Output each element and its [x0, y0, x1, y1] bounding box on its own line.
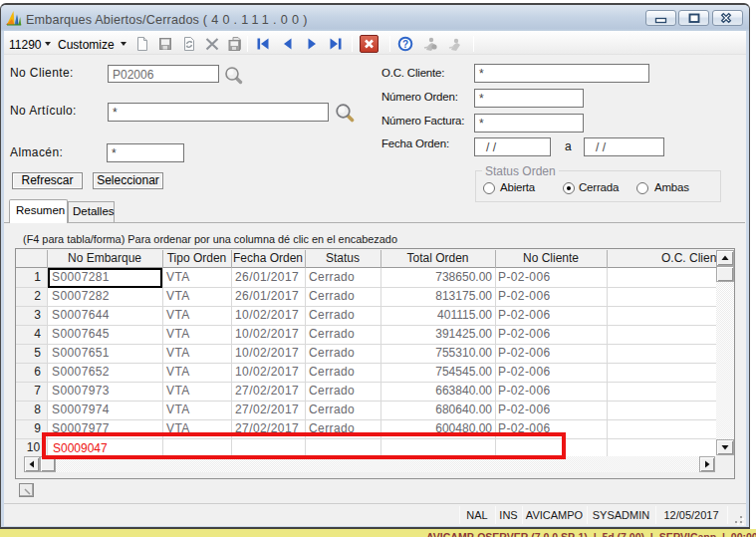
svg-text:?: ?: [402, 39, 408, 50]
